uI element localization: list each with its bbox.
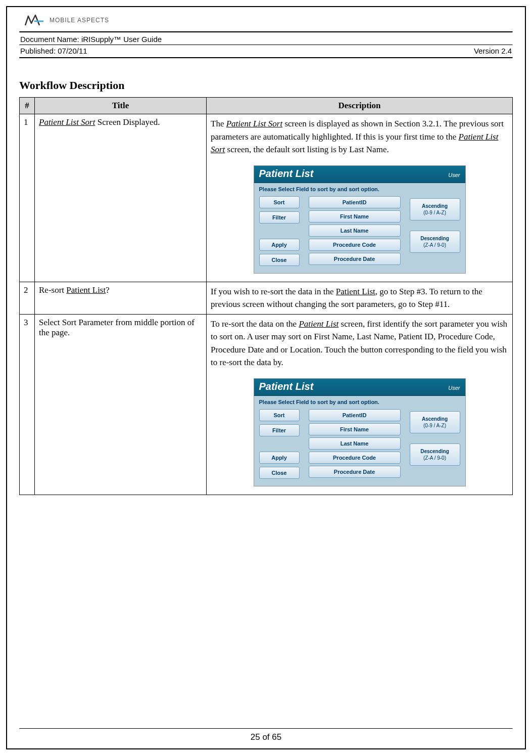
screenshot-wrap: Patient ListUserPlease Select Field to s…: [211, 156, 508, 279]
workflow-table: # Title Description 1Patient List Sort S…: [19, 97, 513, 495]
screenshot-titlebar: Patient ListUser: [254, 166, 465, 183]
screenshot-field-patientid[interactable]: PatientID: [309, 409, 401, 421]
table-row: 2Re-sort Patient List?If you wish to re-…: [20, 282, 513, 314]
patient-list-screenshot: Patient ListUserPlease Select Field to s…: [254, 378, 466, 486]
screenshot-body: SortFilterApplyClosePatientIDFirst NameL…: [254, 196, 465, 273]
published-label: Published:: [20, 47, 56, 55]
screenshot-descending-button[interactable]: Descending(Z-A / 9-0): [410, 443, 460, 466]
screenshot-wrap: Patient ListUserPlease Select Field to s…: [211, 369, 508, 492]
screenshot-instruction: Please Select Field to sort by and sort …: [254, 183, 465, 196]
screenshot-field-last-name[interactable]: Last Name: [309, 225, 401, 237]
screenshot-left-col: SortFilterApplyClose: [259, 196, 300, 266]
screenshot-instruction: Please Select Field to sort by and sort …: [254, 396, 465, 409]
screenshot-ascending-button[interactable]: Ascending(0-9 / A-Z): [410, 411, 460, 433]
header-rule-3: [19, 57, 513, 59]
row-title: Select Sort Parameter from middle portio…: [35, 314, 207, 495]
row-title: Re-sort Patient List?: [35, 282, 207, 314]
brand-text: MOBILE ASPECTS: [50, 17, 109, 24]
screenshot-sort-button[interactable]: Sort: [259, 409, 300, 421]
screenshot-right-col: Ascending(0-9 / A-Z)Descending(Z-A / 9-0…: [410, 196, 460, 253]
screenshot-close-button[interactable]: Close: [259, 254, 300, 266]
brand-row: MOBILE ASPECTS: [19, 7, 513, 31]
row-desc: If you wish to re-sort the data in the P…: [207, 282, 513, 314]
screenshot-user: User: [448, 385, 460, 391]
screenshot-user: User: [448, 172, 460, 178]
screenshot-mid-col: PatientIDFirst NameLast NameProcedure Co…: [309, 196, 401, 265]
section-title: Workflow Description: [19, 79, 513, 92]
screenshot-title: Patient List: [259, 381, 314, 392]
page: MOBILE ASPECTS Document Name: iRISupply™…: [6, 6, 526, 749]
row-num: 3: [20, 314, 35, 495]
screenshot-body: SortFilterApplyClosePatientIDFirst NameL…: [254, 409, 465, 486]
screenshot-filter-button[interactable]: Filter: [259, 424, 300, 436]
table-row: 3Select Sort Parameter from middle porti…: [20, 314, 513, 495]
version: Version 2.4: [474, 47, 512, 55]
screenshot-field-procedure-date[interactable]: Procedure Date: [309, 466, 401, 478]
page-number: 25 of 65: [19, 732, 513, 742]
published-row: Published: 07/20/11 Version 2.4: [19, 46, 513, 57]
footer-rule: [19, 728, 513, 729]
th-desc: Description: [207, 98, 513, 114]
screenshot-field-procedure-date[interactable]: Procedure Date: [309, 253, 401, 265]
published-value: 07/20/11: [58, 47, 87, 55]
row-desc: To re-sort the data on the Patient List …: [207, 314, 513, 495]
screenshot-mid-col: PatientIDFirst NameLast NameProcedure Co…: [309, 409, 401, 478]
screenshot-field-first-name[interactable]: First Name: [309, 210, 401, 223]
logo-icon: [24, 14, 44, 26]
th-title: Title: [35, 98, 207, 114]
table-row: 1Patient List Sort Screen Displayed.The …: [20, 114, 513, 282]
screenshot-sort-button[interactable]: Sort: [259, 196, 300, 208]
doc-name-label: Document Name:: [20, 35, 79, 43]
screenshot-descending-button[interactable]: Descending(Z-A / 9-0): [410, 231, 460, 253]
row-num: 1: [20, 114, 35, 282]
th-num: #: [20, 98, 35, 114]
screenshot-ascending-button[interactable]: Ascending(0-9 / A-Z): [410, 198, 460, 220]
screenshot-left-col: SortFilterApplyClose: [259, 409, 300, 479]
screenshot-filter-button[interactable]: Filter: [259, 211, 300, 224]
footer: 25 of 65: [19, 728, 513, 742]
screenshot-titlebar: Patient ListUser: [254, 379, 465, 396]
screenshot-field-last-name[interactable]: Last Name: [309, 437, 401, 450]
screenshot-title: Patient List: [259, 168, 314, 180]
patient-list-screenshot: Patient ListUserPlease Select Field to s…: [254, 165, 466, 274]
row-num: 2: [20, 282, 35, 314]
screenshot-field-procedure-code[interactable]: Procedure Code: [309, 239, 401, 251]
screenshot-close-button[interactable]: Close: [259, 467, 300, 479]
row-desc: The Patient List Sort screen is displaye…: [207, 114, 513, 282]
screenshot-apply-button[interactable]: Apply: [259, 239, 300, 251]
doc-name-value: iRISupply™ User Guide: [81, 35, 162, 43]
screenshot-field-first-name[interactable]: First Name: [309, 423, 401, 435]
screenshot-field-procedure-code[interactable]: Procedure Code: [309, 452, 401, 464]
screenshot-field-patientid[interactable]: PatientID: [309, 196, 401, 208]
screenshot-right-col: Ascending(0-9 / A-Z)Descending(Z-A / 9-0…: [410, 409, 460, 466]
row-title: Patient List Sort Screen Displayed.: [35, 114, 207, 282]
doc-name-row: Document Name: iRISupply™ User Guide: [19, 33, 513, 45]
screenshot-apply-button[interactable]: Apply: [259, 452, 300, 464]
